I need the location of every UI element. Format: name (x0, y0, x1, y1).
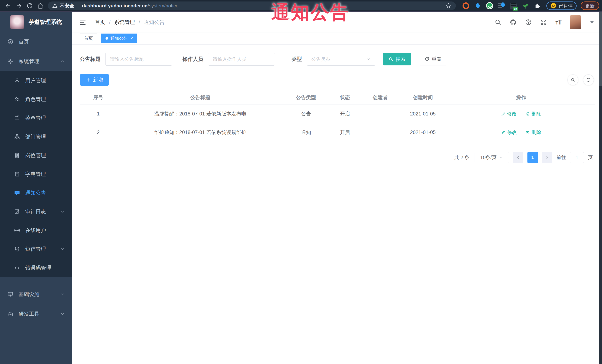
goto-page-input[interactable] (570, 152, 584, 163)
close-icon[interactable]: × (130, 36, 133, 41)
url-path: /system/notice (148, 3, 178, 9)
sidebar-item-dict[interactable]: 字典管理 (0, 165, 72, 184)
avatar[interactable] (570, 15, 581, 29)
type-select[interactable]: 公告类型 (307, 53, 375, 66)
scrollbar-thumb[interactable] (599, 12, 602, 86)
chevron-down-icon (60, 312, 65, 316)
sidebar-item-system[interactable]: 系统管理 (0, 52, 72, 71)
tag-notice[interactable]: 通知公告 × (101, 33, 137, 43)
col-status: 状态 (328, 90, 362, 104)
sidebar-item-posts[interactable]: 岗位管理 (0, 146, 72, 165)
refresh-table-button[interactable] (583, 74, 594, 85)
extension-drop-icon[interactable] (474, 2, 482, 10)
toggle-search-button[interactable] (568, 74, 578, 85)
page-size-select[interactable]: 10条/页 (475, 152, 509, 163)
col-create-time: 创建时间 (399, 90, 447, 104)
app-title: 芋道管理系统 (29, 18, 62, 26)
sidebar-item-dev-tools[interactable]: 研发工具 (0, 304, 72, 324)
operator-filter-label: 操作人员 (183, 56, 203, 63)
reset-button[interactable]: 重置 (419, 53, 447, 65)
sidebar-item-departments[interactable]: 部门管理 (0, 127, 72, 146)
help-icon[interactable] (525, 19, 532, 26)
browser-scrollbar[interactable] (599, 12, 602, 364)
breadcrumb-system[interactable]: 系统管理 (114, 19, 135, 26)
monitor-chart-icon (7, 291, 13, 297)
title-filter-input[interactable] (105, 53, 172, 66)
prev-page-button[interactable] (513, 152, 523, 163)
sidebar-item-menus[interactable]: 菜单管理 (0, 109, 72, 127)
home-icon[interactable] (37, 2, 44, 9)
sidebar-item-home[interactable]: 首页 (0, 32, 72, 52)
update-button[interactable]: 更新 (581, 1, 599, 10)
extension-green-icon[interactable] (486, 2, 493, 10)
table-header-row: 序号 公告标题 公告类型 状态 创建者 创建时间 操作 (80, 90, 595, 104)
extension-ring-icon[interactable] (462, 2, 470, 10)
app-logo-row[interactable]: 芋道管理系统 (0, 12, 72, 32)
add-button[interactable]: 新增 (80, 74, 109, 86)
id-badge-icon (14, 153, 20, 158)
search-button[interactable]: 搜索 (383, 53, 411, 65)
message-bubble-icon (14, 190, 20, 196)
chevron-right-icon (545, 156, 549, 160)
title-filter-label: 公告标题 (80, 56, 100, 63)
book-icon (14, 171, 20, 177)
forward-icon[interactable] (16, 2, 22, 9)
back-icon[interactable] (5, 2, 11, 9)
magnifier-icon (570, 77, 575, 82)
next-page-button[interactable] (542, 152, 552, 163)
gear-icon (7, 58, 13, 64)
sidebar-item-online-users[interactable]: 在线用户 (0, 221, 72, 240)
delete-link[interactable]: 删除 (526, 129, 541, 136)
sidebar-item-infra[interactable]: 基础设施 (0, 284, 72, 304)
bookmark-star-icon[interactable] (445, 3, 452, 9)
dashboard-icon (7, 39, 13, 45)
breadcrumb-current: 通知公告 (144, 19, 165, 26)
total-count: 共 2 条 (454, 154, 469, 161)
profile-paused-badge[interactable]: 已暂停 (546, 1, 577, 10)
reload-icon[interactable] (26, 2, 33, 9)
toolbar-icon-buttons (568, 74, 595, 85)
sidebar-item-audit-log[interactable]: 审计日志 (0, 202, 72, 221)
active-dot (106, 37, 108, 40)
plus-icon (86, 77, 91, 82)
github-icon[interactable] (510, 19, 516, 26)
extension-sprout-icon[interactable] (522, 2, 529, 10)
filter-form: 公告标题 操作人员 类型 公告类型 搜索 重置 (80, 53, 595, 66)
collapse-menu-icon[interactable] (79, 19, 86, 26)
breadcrumb: 首页 / 系统管理 / 通知公告 (95, 19, 165, 26)
sidebar-item-error-codes[interactable]: 错误码管理 (0, 258, 72, 277)
log-edit-icon (14, 209, 20, 215)
avatar-caret-icon[interactable] (590, 21, 594, 23)
sidebar-item-sms[interactable]: 短信管理 (0, 240, 72, 258)
app-header: 首页 / 系统管理 / 通知公告 TT (72, 12, 599, 32)
tag-home[interactable]: 首页 (80, 33, 97, 43)
chevron-down-icon (366, 57, 371, 62)
extension-diamond-icon[interactable] (498, 2, 505, 10)
delete-link[interactable]: 删除 (526, 111, 541, 117)
chevron-down-icon (60, 292, 65, 297)
extensions-cluster: on (462, 2, 541, 10)
chevron-left-icon (516, 156, 520, 160)
trash-icon (526, 130, 530, 135)
notice-table: 序号 公告标题 公告类型 状态 创建者 创建时间 操作 1 温馨提醒：2018-… (80, 90, 595, 142)
fullscreen-icon[interactable] (540, 19, 547, 26)
page-number-1[interactable]: 1 (527, 152, 538, 163)
pencil-icon (501, 130, 505, 135)
font-size-icon[interactable]: TT (555, 18, 562, 26)
col-creator: 创建者 (362, 90, 399, 104)
chevron-up-icon (60, 59, 65, 64)
address-bar[interactable]: 不安全 dashboard.yudao.iocoder.cn /system/n… (48, 1, 456, 10)
breadcrumb-home[interactable]: 首页 (95, 19, 105, 26)
sidebar-item-notice[interactable]: 通知公告 (0, 184, 72, 202)
search-icon[interactable] (494, 19, 501, 26)
tree-list-icon (14, 115, 20, 121)
extensions-puzzle-icon[interactable] (533, 2, 541, 10)
edit-link[interactable]: 修改 (501, 129, 517, 136)
sidebar-item-users[interactable]: 用户管理 (0, 71, 72, 90)
sidebar-item-roles[interactable]: 角色管理 (0, 90, 72, 109)
refresh-icon (425, 57, 429, 62)
operator-filter-input[interactable] (208, 53, 275, 66)
edit-link[interactable]: 修改 (501, 111, 517, 117)
extension-database-icon[interactable]: on (510, 2, 517, 10)
trash-icon (526, 112, 530, 116)
